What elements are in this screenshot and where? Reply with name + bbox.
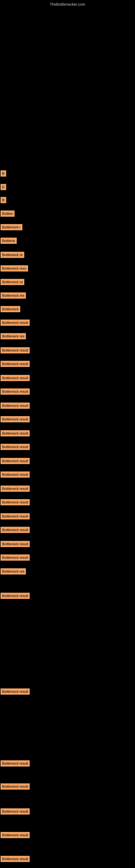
bottleneck-label-35: Bottleneck result — [1, 808, 30, 814]
bottleneck-label-12: Bottleneck result — [1, 319, 30, 326]
bottleneck-label-15: Bottleneck result — [1, 361, 30, 367]
bottleneck-label-1: B — [1, 170, 6, 177]
bottleneck-label-16: Bottleneck result — [1, 375, 30, 381]
bottleneck-label-6: Bottlene — [1, 238, 17, 244]
bottleneck-label-21: Bottleneck result — [1, 444, 30, 450]
site-title: TheBottlenecker.com — [0, 0, 135, 8]
bottleneck-label-24: Bottleneck result — [1, 486, 30, 492]
bottleneck-label-23: Bottleneck result — [1, 471, 30, 478]
bottleneck-label-2: E — [1, 184, 6, 190]
bottleneck-label-28: Bottleneck result — [1, 541, 30, 547]
bottleneck-label-7: Bottleneck re — [1, 252, 24, 258]
bottleneck-label-31: Bottleneck result — [1, 593, 30, 599]
bottleneck-label-34: Bottleneck result — [1, 783, 30, 789]
bottleneck-label-10: Bottleneck res — [1, 292, 26, 299]
bottleneck-label-11: Bottleneck — [1, 306, 20, 312]
bottleneck-label-37: Bottleneck result — [1, 856, 30, 862]
bottleneck-label-27: Bottleneck result — [1, 527, 30, 533]
bottleneck-label-18: Bottleneck result — [1, 403, 30, 409]
bottleneck-label-20: Bottleneck result — [1, 430, 30, 436]
bottleneck-label-26: Bottleneck result — [1, 513, 30, 520]
bottleneck-label-9: Bottleneck ra — [1, 279, 24, 285]
bottleneck-label-25: Bottleneck result — [1, 499, 30, 505]
bottleneck-label-4: Bottlen — [1, 211, 14, 217]
bottleneck-label-8: Bottleneck resu — [1, 265, 28, 272]
bottleneck-label-36: Bottleneck result — [1, 832, 30, 838]
bottleneck-label-17: Bottleneck result — [1, 389, 30, 395]
bottleneck-label-32: Bottleneck result — [1, 688, 30, 695]
bottleneck-label-33: Bottleneck result — [1, 760, 30, 767]
bottleneck-label-14: Bottleneck result — [1, 347, 30, 353]
bottleneck-label-3: B — [1, 197, 6, 203]
bottleneck-label-30: Bottleneck res — [1, 568, 26, 575]
bottleneck-label-13: Bottleneck res — [1, 333, 26, 339]
bottleneck-label-22: Bottleneck result — [1, 458, 30, 464]
bottleneck-label-5: Bottleneck r — [1, 224, 22, 230]
bottleneck-label-19: Bottleneck result — [1, 416, 30, 422]
bottleneck-label-29: Bottleneck result — [1, 554, 30, 561]
